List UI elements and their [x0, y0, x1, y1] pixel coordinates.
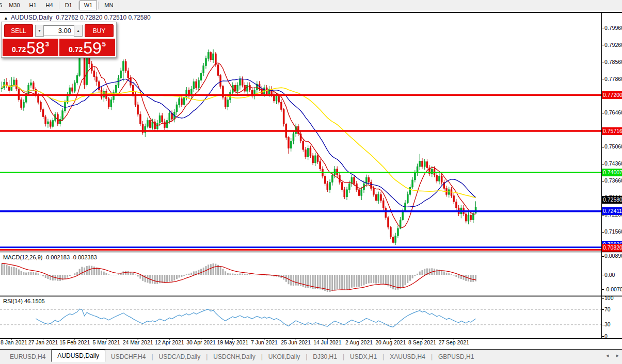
volume-decrease-button[interactable]: ▼: [35, 25, 44, 37]
trading-platform-window: 5M30H1H4D1W1MN ▲AUDUSD,Daily 0.72762 0.7…: [0, 0, 622, 364]
chart-tab-bar: EURUSD,H4AUDUSD,DailyUSDCHF,H4|USDCAD,Da…: [0, 350, 622, 364]
caret-down-icon: ▼: [38, 29, 41, 32]
chart-tab-audusd-daily[interactable]: AUDUSD,Daily: [51, 350, 105, 362]
price-axis-line: [601, 12, 602, 339]
buy-price-prefix: 0.72: [69, 45, 83, 54]
chart-tab-usdchf-h4[interactable]: USDCHF,H4: [105, 352, 151, 362]
one-click-trading-panel: SELL ▼ ▲ BUY 0.72 58 3 0.72 59 5: [1, 22, 117, 58]
rsi-name: RSI(14): [3, 298, 23, 304]
volume-stepper: ▼ ▲: [35, 25, 83, 37]
timeframe-button-d1[interactable]: D1: [60, 1, 77, 10]
buy-button[interactable]: BUY: [85, 24, 114, 37]
chart-tab-usdcnh-daily[interactable]: USDCNH,Daily: [208, 352, 261, 362]
chart-tab-usdx-h1[interactable]: USDX,H1: [344, 352, 382, 362]
chart-tab-ukoil-daily[interactable]: UKOil,Daily: [263, 352, 306, 362]
rsi-value: 46.1505: [24, 298, 45, 304]
toolbar-separator: [98, 2, 99, 9]
timeframe-button-m30[interactable]: M30: [4, 1, 24, 10]
volume-increase-button[interactable]: ▲: [74, 25, 83, 37]
chart-header: ▲AUDUSD,Daily 0.72762 0.72820 0.72510 0.…: [4, 14, 151, 21]
caret-up-icon: ▲: [76, 29, 80, 32]
macd-values: -0.002183 -0.002383: [44, 254, 97, 260]
timeframe-button-h1[interactable]: H1: [25, 1, 41, 10]
tab-scroll-right-icon[interactable]: ▸: [616, 353, 619, 358]
buy-price-pip-digit: 5: [102, 40, 106, 48]
sell-price-prefix: 0.72: [12, 45, 26, 54]
chart-top-border: [0, 12, 622, 13]
chart-tab-xauusd-h4[interactable]: XAUUSD,H4: [384, 352, 431, 362]
macd-panel-bottom-border: [0, 295, 622, 295]
tab-scroll-left-icon[interactable]: ◂: [606, 353, 609, 358]
main-chart-bottom-border: [0, 252, 622, 252]
timeframe-button-mn[interactable]: MN: [100, 1, 118, 10]
chart-tab-dj30-h1[interactable]: DJ30,H1: [307, 352, 343, 362]
rsi-indicator-label: RSI(14) 46.1505: [3, 298, 45, 304]
chart-ohlc-values: 0.72762 0.72820 0.72510 0.72580: [56, 14, 151, 21]
toolbar-separator: [119, 2, 119, 9]
toolbar-separator: [78, 2, 78, 9]
macd-indicator-label: MACD(12,26,9) -0.002183 -0.002383: [3, 254, 97, 260]
volume-input[interactable]: [44, 25, 74, 36]
tab-scroll-nav: ◂ ▸: [606, 353, 619, 358]
buy-price-big-digits: 59: [83, 41, 102, 56]
collapse-panel-icon[interactable]: ▲: [4, 15, 8, 21]
sell-price-big-digits: 58: [26, 41, 45, 56]
rsi-panel-top-border: [0, 296, 622, 296]
timeframe-button-w1[interactable]: W1: [79, 1, 98, 10]
sell-button[interactable]: SELL: [4, 24, 33, 37]
chart-tab-usdcad-daily[interactable]: USDCAD,Daily: [153, 352, 206, 362]
rsi-panel-bottom-border: [0, 338, 622, 339]
chart-tab-eurusd-h4[interactable]: EURUSD,H4: [4, 352, 51, 362]
chart-symbol-title: AUDUSD,Daily: [11, 14, 53, 21]
chart-tab-gbpusd-h1[interactable]: GBPUSD,H1: [433, 352, 480, 362]
macd-name: MACD(12,26,9): [3, 254, 42, 260]
sell-price-pip-digit: 3: [45, 40, 49, 48]
toolbar-separator: [59, 2, 59, 9]
macd-panel-top-border: [0, 253, 622, 253]
timeframe-button-h4[interactable]: H4: [41, 1, 58, 10]
timeframe-toolbar: 5M30H1H4D1W1MN: [0, 0, 622, 11]
sell-price-button[interactable]: 0.72 58 3: [3, 39, 58, 56]
timeframe-button-5[interactable]: 5: [0, 1, 4, 10]
buy-price-button[interactable]: 0.72 59 5: [59, 39, 115, 56]
